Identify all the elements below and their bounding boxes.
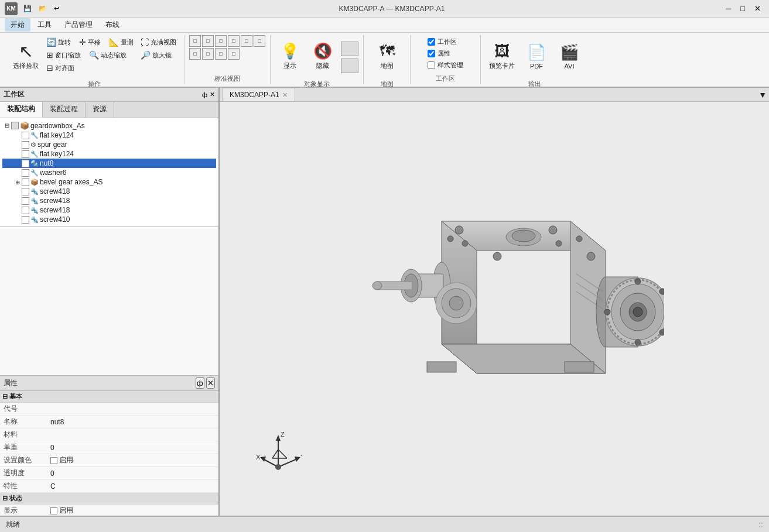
select-pickup-button[interactable]: ↖ 选择拾取 — [9, 35, 42, 77]
checkbox-5[interactable] — [22, 179, 29, 186]
zoom-button[interactable]: 🔎 放大镜 — [138, 49, 179, 61]
maximize-button[interactable]: □ — [737, 4, 749, 13]
measure-button[interactable]: 📐 量测 — [106, 36, 136, 48]
workspace-content: 工作区 属性 样式管理 — [426, 35, 465, 72]
viewport-tab-main[interactable]: KM3DCAPP-A1 ✕ — [222, 88, 295, 101]
prop-value-name[interactable]: nut8 — [47, 416, 218, 428]
properties-checkbox-label[interactable]: 属性 — [426, 49, 452, 59]
tree-item-0[interactable]: ▶ 🔧 flat key124 — [2, 131, 216, 140]
prop-value-code[interactable] — [47, 403, 218, 416]
tree-item-label-9: screw410 — [40, 215, 70, 224]
map-button[interactable]: 🗺 地图 — [372, 35, 402, 77]
props-pin-button[interactable]: ф — [196, 377, 204, 389]
tree-item-5[interactable]: ⊕ 📦 bevel gear axes_AS — [2, 177, 216, 187]
tab-assembly-structure[interactable]: 装配结构 — [0, 102, 43, 118]
pan-button[interactable]: ✛ 平移 — [76, 36, 104, 48]
viewport-scroll-arrow[interactable]: ▼ — [758, 90, 767, 99]
style-mgmt-checkbox-label[interactable]: 样式管理 — [426, 60, 465, 70]
checkbox-8[interactable] — [22, 207, 29, 214]
tree-item-8[interactable]: ▶ 🔩 screw418 — [2, 205, 216, 215]
quick-save-button[interactable]: 💾 — [21, 4, 34, 13]
view-btn-9[interactable]: □ — [215, 48, 227, 60]
tree-item-2[interactable]: ▶ 🔧 flat key124 — [2, 149, 216, 159]
tree-item-6[interactable]: ▶ 🔩 screw418 — [2, 187, 216, 196]
view-btn-3[interactable]: □ — [215, 35, 227, 47]
checkbox-7[interactable] — [22, 197, 29, 205]
workarea-checkbox[interactable] — [428, 38, 435, 46]
prop-value-material[interactable] — [47, 428, 218, 441]
view-btn-1[interactable]: □ — [189, 35, 201, 47]
menu-item-start[interactable]: 开始 — [5, 18, 30, 32]
svg-rect-34 — [565, 362, 594, 372]
checkbox-1[interactable] — [22, 141, 29, 149]
prop-row-weight: 单重 0 — [0, 441, 218, 454]
workarea-pin-button[interactable]: ф — [202, 91, 207, 98]
props-close-button[interactable]: ✕ — [206, 377, 215, 389]
hide-button[interactable]: 🔇 隐藏 — [308, 35, 337, 77]
pdf-button[interactable]: 📄 PDF — [522, 35, 551, 77]
preview-card-button[interactable]: 🖼 预览卡片 — [486, 35, 518, 77]
prop-value-weight[interactable]: 0 — [47, 441, 218, 454]
checkbox-3[interactable] — [22, 160, 29, 167]
dynamic-zoom-button[interactable]: 🔍 动态缩放 — [86, 49, 129, 61]
show-button[interactable]: 💡 显示 — [275, 35, 305, 77]
tree-item-1[interactable]: ▶ ⚙ spur gear — [2, 140, 216, 149]
properties-checkbox[interactable] — [428, 50, 435, 57]
tree-item-root[interactable]: ⊟ 📦 geardownbox_As — [2, 121, 216, 131]
views-grid-bottom: □ □ □ □ — [189, 48, 240, 60]
display-option-1[interactable] — [341, 42, 358, 56]
rotate-button[interactable]: 🔄 旋转 — [43, 36, 74, 48]
view-btn-5[interactable]: □ — [241, 35, 252, 47]
workarea-checkbox-label[interactable]: 工作区 — [426, 37, 459, 47]
checkbox-4[interactable] — [22, 169, 29, 177]
display-option-2[interactable] — [341, 59, 358, 73]
display-checkbox[interactable] — [50, 507, 57, 514]
tree-scroll-wrap: ⊟ 📦 geardownbox_As ▶ 🔧 flat key124 ▶ ⚙ — [0, 118, 218, 375]
viewport-canvas[interactable]: Z Y X — [220, 102, 769, 516]
color-checkbox[interactable] — [50, 457, 57, 464]
view-btn-2[interactable]: □ — [202, 35, 214, 47]
quick-undo-button[interactable]: ↩ — [52, 4, 61, 13]
prop-value-display[interactable]: 启用 — [47, 504, 218, 516]
tree-item-7[interactable]: ▶ 🔩 screw418 — [2, 196, 216, 205]
tree-item-9[interactable]: ▶ 🔩 screw410 — [2, 215, 216, 224]
ribbon-group-output: 🖼 预览卡片 📄 PDF 🎬 AVI 输出 — [481, 35, 589, 84]
checkbox-6[interactable] — [22, 188, 29, 195]
tab-assembly-process[interactable]: 装配过程 — [43, 102, 86, 118]
view-btn-10[interactable]: □ — [228, 48, 240, 60]
view-btn-6[interactable]: □ — [254, 35, 265, 47]
window-zoom-button[interactable]: ⊞ 窗口缩放 — [43, 49, 84, 61]
quick-open-button[interactable]: 📂 — [36, 4, 49, 13]
minimize-button[interactable]: ─ — [722, 4, 734, 13]
prop-value-characteristic[interactable]: C — [47, 480, 218, 493]
properties-panel: 属性 ф ✕ ⊟ 基本 代号 名称 nut8 — [0, 375, 218, 516]
checkbox-root[interactable] — [11, 122, 19, 129]
svg-marker-43 — [276, 435, 281, 441]
close-button[interactable]: ✕ — [751, 4, 764, 13]
view-btn-4[interactable]: □ — [228, 35, 240, 47]
align-button[interactable]: ⊟ 对齐面 — [43, 62, 77, 74]
tree-item-4[interactable]: ▶ 🔧 washer6 — [2, 168, 216, 177]
view-btn-7[interactable]: □ — [189, 48, 201, 60]
fit-view-button[interactable]: ⛶ 充满视图 — [138, 36, 179, 48]
checkbox-0[interactable] — [22, 132, 29, 139]
checkbox-9[interactable] — [22, 216, 29, 224]
prop-value-transparency[interactable]: 0 — [47, 467, 218, 480]
svg-rect-14 — [377, 282, 412, 290]
style-mgmt-checkbox[interactable] — [428, 61, 435, 69]
menu-item-product-mgmt[interactable]: 产品管理 — [59, 18, 98, 32]
menu-item-wiring[interactable]: 布线 — [100, 18, 125, 32]
prop-value-color[interactable]: 启用 — [47, 454, 218, 467]
tree-item-3[interactable]: ▶ 🔩 nut8 — [2, 159, 216, 168]
viewport-tab-close[interactable]: ✕ — [282, 91, 288, 99]
avi-button[interactable]: 🎬 AVI — [555, 35, 584, 77]
expand-icon-5[interactable]: ⊕ — [14, 179, 21, 186]
checkbox-2[interactable] — [22, 150, 29, 158]
svg-point-24 — [604, 309, 610, 315]
workarea-close-button[interactable]: ✕ — [210, 91, 215, 98]
view-btn-8[interactable]: □ — [202, 48, 214, 60]
tree-item-label-root: geardownbox_As — [30, 122, 85, 130]
expand-root-icon[interactable]: ⊟ — [4, 122, 11, 129]
menu-item-tools[interactable]: 工具 — [32, 18, 57, 32]
tab-resources[interactable]: 资源 — [86, 102, 114, 118]
